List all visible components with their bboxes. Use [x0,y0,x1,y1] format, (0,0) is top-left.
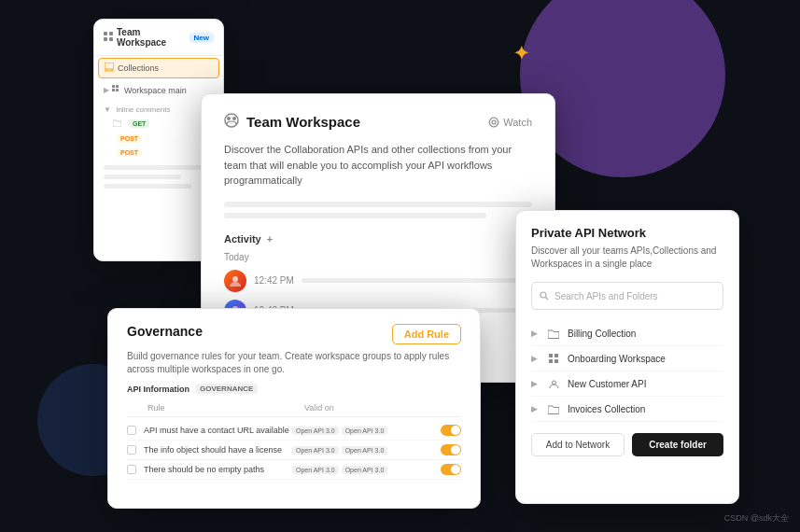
sidebar-workspace-icon [104,32,113,43]
svg-rect-8 [116,89,119,91]
svg-rect-18 [554,354,558,357]
api-list-item-3[interactable]: ▶ New Customer API [531,371,723,397]
activity-add-button[interactable]: + [267,233,273,245]
section-label: Inline comments [116,105,170,114]
rule-text-1: API must have a contact URL available [144,426,292,435]
workspace-title-left: Team Workspace [224,113,360,131]
svg-point-13 [232,276,238,282]
svg-point-9 [225,114,238,127]
watch-label: Watch [503,117,532,128]
rule-valid-2: Open API 3.0 Open API 3.0 [292,446,441,455]
create-folder-button[interactable]: Create folder [632,433,723,456]
workspace-description: Discover the Collaboration APIs and othe… [224,142,532,189]
svg-rect-5 [112,85,115,88]
svg-rect-0 [104,32,107,35]
folder-icon [113,119,121,129]
api-item-label-4: Invoices Collection [568,404,645,414]
post-pill-1: POST [117,134,142,143]
svg-rect-6 [116,85,119,88]
chevron-icon-4: ▶ [531,404,538,413]
governance-subheader: API Information GOVERNANCE [127,384,461,394]
version-tag-1b: Open API 3.0 [342,427,388,435]
governance-rule-row-1: API must have a contact URL available Op… [127,421,461,441]
rule-checkbox-2[interactable] [127,445,136,455]
api-footer: Add to Network Create folder [531,433,723,456]
version-tag-3a: Open API 3.0 [292,466,339,474]
sidebar-badge: New [189,33,214,43]
activity-time-1: 12:42 PM [254,275,294,286]
add-to-network-button[interactable]: Add to Network [531,433,625,456]
version-tag-1a: Open API 3.0 [292,427,339,435]
governance-table-header: Rule Valid on [127,399,461,417]
rule-checkbox-1[interactable] [127,426,136,435]
svg-point-15 [540,292,546,298]
api-list-item-1[interactable]: ▶ Billing Collection [531,321,723,346]
api-network-description: Discover all your teams APIs,Collections… [531,245,723,271]
workspace-title-row: Team Workspace Watch [224,113,532,131]
api-item-label-1: Billing Collection [568,329,636,339]
version-tag-2a: Open API 3.0 [292,446,339,455]
chevron-icon-3: ▶ [531,379,538,388]
rule-toggle-1[interactable] [441,425,461,436]
api-list-item-2[interactable]: ▶ Onboarding Workspace [531,346,723,371]
sidebar-item-collections[interactable]: Collections [98,58,219,78]
api-info-label: API Information [127,385,189,394]
svg-point-11 [232,117,236,120]
svg-rect-19 [549,359,553,363]
rule-text-3: There should be no empty paths [144,465,292,474]
rule-toggle-3[interactable] [441,464,461,475]
governance-rule-row-3: There should be no empty paths Open API … [127,460,461,480]
rule-toggle-2[interactable] [441,444,461,455]
governance-title: Governance [127,324,203,339]
governance-tag: GOVERNANCE [195,384,258,394]
folder-icon-1 [547,327,560,340]
svg-line-16 [546,298,549,301]
svg-rect-20 [554,359,558,363]
chevron-right-icon: ▶ [104,86,109,94]
person-icon-3 [547,377,560,390]
activity-today: Today [224,252,532,262]
api-item-label-2: Onboarding Workspace [568,354,666,364]
sparkle-icon: ✦ [513,42,529,64]
svg-rect-7 [112,89,115,91]
version-tag-2b: Open API 3.0 [342,446,388,455]
chevron-icon-1: ▶ [531,329,538,338]
rule-valid-1: Open API 3.0 Open API 3.0 [292,427,441,435]
api-list-item-4[interactable]: ▶ Invoices Collection [531,397,723,422]
placeholder-line-1 [224,202,532,207]
api-search-bar[interactable]: Search APIs and Folders [531,282,723,310]
svg-point-21 [552,381,555,385]
workspace-icon [112,85,120,95]
get-pill: GET [129,119,149,128]
svg-point-12 [492,120,496,124]
search-icon [540,287,549,304]
sidebar-header: Team Workspace New [94,20,223,56]
governance-header: Governance Add Rule [127,324,461,344]
api-network-card: Private API Network Discover all your te… [515,210,739,504]
svg-rect-2 [104,37,107,41]
chevron-icon-2: ▶ [531,354,538,363]
rule-checkbox-3[interactable] [127,465,136,474]
collections-icon [105,63,114,74]
col-rule-header: Rule [147,403,304,413]
svg-point-10 [227,117,231,120]
search-placeholder-text: Search APIs and Folders [554,291,658,301]
activity-header: Activity + [224,233,532,245]
activity-label: Activity [224,233,261,245]
add-rule-button[interactable]: Add Rule [392,324,461,344]
activity-row-1: 12:42 PM [224,270,532,292]
rule-text-2: The info object should have a license [144,445,292,455]
col-valid-header: Valid on [304,403,461,413]
workspace-title-icon [224,113,239,131]
watch-button[interactable]: Watch [488,117,532,128]
post-pill-2: POST [117,148,142,157]
svg-rect-17 [549,354,553,357]
placeholder-line-2 [224,213,486,218]
workspace-main-title: Team Workspace [246,114,360,130]
api-item-label-3: New Customer API [568,379,646,389]
svg-rect-1 [109,32,113,35]
svg-rect-3 [109,37,113,41]
collections-label: Collections [118,63,159,73]
rule-valid-3: Open API 3.0 Open API 3.0 [292,466,441,474]
watermark: CSDN @sdk大全 [724,512,789,525]
